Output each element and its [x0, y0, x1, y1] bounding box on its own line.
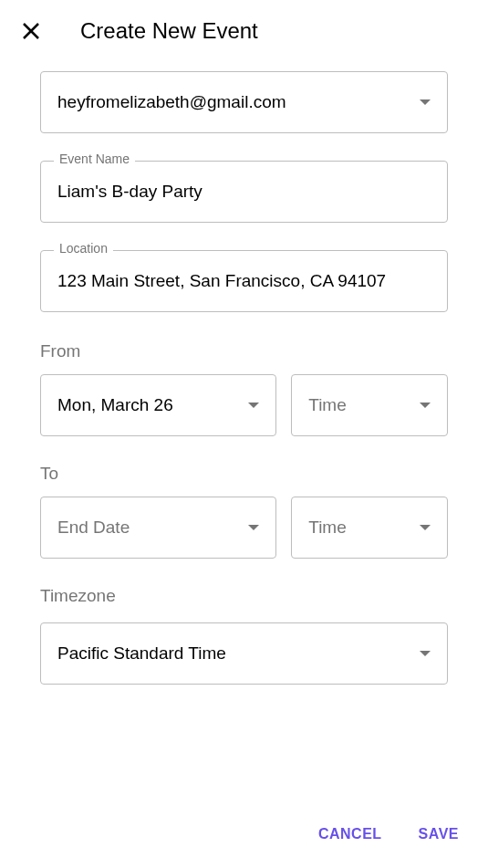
to-date-dropdown[interactable]: End Date	[40, 497, 276, 559]
event-name-value: Liam's B-day Party	[57, 182, 202, 202]
email-value: heyfromelizabeth@gmail.com	[57, 92, 286, 112]
timezone-label: Timezone	[40, 586, 448, 606]
from-time-placeholder: Time	[308, 395, 347, 415]
from-label: From	[40, 341, 448, 361]
event-name-label: Event Name	[54, 152, 135, 165]
form-content: heyfromelizabeth@gmail.com Event Name Li…	[0, 53, 488, 808]
timezone-dropdown[interactable]: Pacific Standard Time	[40, 622, 448, 685]
event-name-field[interactable]: Event Name Liam's B-day Party	[40, 161, 448, 223]
chevron-down-icon	[248, 403, 259, 408]
x-icon	[21, 21, 41, 41]
location-value: 123 Main Street, San Francisco, CA 94107	[57, 271, 386, 291]
to-time-placeholder: Time	[308, 518, 347, 538]
to-date-placeholder: End Date	[57, 518, 130, 538]
chevron-down-icon	[420, 651, 431, 656]
email-dropdown[interactable]: heyfromelizabeth@gmail.com	[40, 71, 448, 133]
location-label: Location	[54, 242, 113, 255]
close-icon[interactable]	[18, 18, 44, 44]
timezone-value: Pacific Standard Time	[57, 643, 226, 664]
chevron-down-icon	[420, 99, 431, 105]
chevron-down-icon	[248, 525, 259, 530]
to-row: End Date Time	[40, 497, 448, 559]
to-label: To	[40, 464, 448, 484]
from-date-dropdown[interactable]: Mon, March 26	[40, 374, 276, 436]
from-date-value: Mon, March 26	[57, 395, 173, 415]
cancel-button[interactable]: CANCEL	[318, 826, 382, 842]
from-row: Mon, March 26 Time	[40, 374, 448, 436]
dialog-header: Create New Event	[0, 0, 488, 53]
to-time-dropdown[interactable]: Time	[291, 497, 448, 559]
chevron-down-icon	[420, 525, 431, 530]
chevron-down-icon	[420, 403, 431, 408]
from-time-dropdown[interactable]: Time	[291, 374, 448, 436]
dialog-footer: CANCEL SAVE	[0, 808, 488, 868]
save-button[interactable]: SAVE	[419, 826, 459, 842]
page-title: Create New Event	[80, 18, 258, 44]
location-field[interactable]: Location 123 Main Street, San Francisco,…	[40, 250, 448, 312]
